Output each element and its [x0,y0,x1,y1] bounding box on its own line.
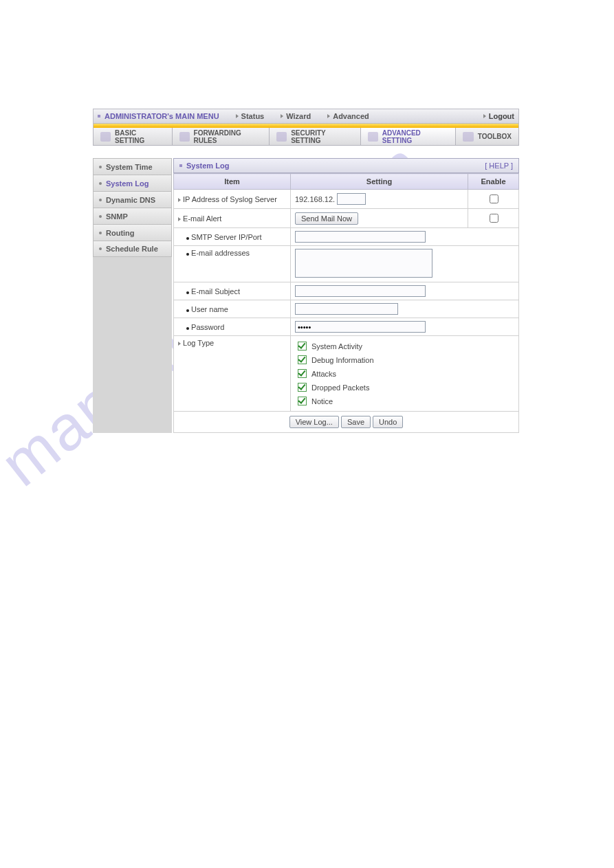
log-types-group: System Activity Debug Information Attack… [295,340,514,408]
topbar-wizard[interactable]: Wizard [281,112,311,120]
notice-checkbox[interactable] [298,397,307,405]
toolbox-icon [463,132,474,142]
main-menu-label: ADMINISTRATOR's MAIN MENU [105,112,219,120]
tab-bar: BASIC SETTING FORWARDING RULES SECURITY … [93,128,519,146]
bullet-icon [186,253,189,256]
arrow-icon [178,198,181,202]
sidebar-item-schedule-rule[interactable]: Schedule Rule [93,241,172,257]
log-type-option[interactable]: Attacks [295,367,514,380]
log-type-option[interactable]: System Activity [295,340,514,353]
bullet-icon [186,309,189,312]
top-menu-bar: ADMINISTRATOR's MAIN MENU Status Wizard … [93,109,519,124]
save-button[interactable]: Save [341,416,371,428]
tab-basic-setting[interactable]: BASIC SETTING [94,128,173,145]
view-log-button[interactable]: View Log... [289,416,339,428]
sidebar-item-label: SNMP [106,212,128,221]
sidebar-item-routing[interactable]: Routing [93,224,172,241]
topbar-advanced-label: Advanced [333,112,369,120]
square-icon [179,164,182,167]
row-password: Password [174,318,519,336]
sidebar-item-snmp[interactable]: SNMP [93,208,172,224]
email-addresses-textarea[interactable] [295,249,432,278]
row-label: E-mail Alert [183,214,221,223]
row-log-type: Log Type System Activity Debug Informati… [174,336,519,412]
bullet-icon [186,327,189,330]
sidebar-item-system-time[interactable]: System Time [93,158,172,175]
col-enable: Enable [468,174,519,190]
forwarding-rules-icon [179,132,190,142]
advanced-setting-icon [368,132,378,142]
log-type-option[interactable]: Notice [295,394,514,408]
tab-label: SECURITY SETTING [291,129,353,144]
row-username: User name [174,300,519,318]
sidebar-item-label: Routing [106,229,135,237]
row-label: User name [191,305,228,313]
username-input[interactable] [295,303,398,315]
smtp-server-input[interactable] [295,231,426,243]
main-panel: System Log [ HELP ] Item Setting Enable … [173,158,519,433]
syslog-ip-suffix-input[interactable] [337,193,366,205]
row-email-subject: E-mail Subject [174,282,519,300]
email-alert-enable-checkbox[interactable] [490,214,498,223]
help-link[interactable]: [ HELP ] [485,162,513,170]
attacks-checkbox[interactable] [298,369,307,378]
log-type-label: System Activity [311,342,362,350]
row-label: E-mail addresses [191,249,250,257]
sidebar-item-system-log[interactable]: System Log [93,175,172,191]
bullet-icon [186,237,189,240]
panel-title: System Log [186,162,229,170]
arrow-icon [178,217,181,221]
log-type-label: Notice [311,397,333,405]
settings-table: Item Setting Enable IP Address of Syslog… [173,173,519,433]
log-type-option[interactable]: Dropped Packets [295,381,514,394]
sidebar-item-label: Schedule Rule [106,245,158,253]
panel-header: System Log [ HELP ] [173,158,519,173]
email-subject-input[interactable] [295,285,426,297]
bullet-icon [186,291,189,294]
log-type-label: Attacks [311,370,336,378]
arrow-icon [281,114,283,118]
dot-icon [99,182,102,185]
undo-button[interactable]: Undo [373,416,403,428]
password-input[interactable] [295,321,426,333]
tab-security-setting[interactable]: SECURITY SETTING [270,128,361,145]
logout-link[interactable]: Logout [483,112,514,120]
logout-label: Logout [489,112,514,120]
app-frame: ADMINISTRATOR's MAIN MENU Status Wizard … [93,109,519,433]
syslog-enable-checkbox[interactable] [490,194,498,203]
dropped-packets-checkbox[interactable] [298,383,307,392]
row-email-addresses: E-mail addresses [174,246,519,282]
debug-information-checkbox[interactable] [298,355,307,364]
tab-toolbox[interactable]: TOOLBOX [456,128,518,145]
sidebar-item-label: System Log [106,179,149,188]
ip-prefix: 192.168.12. [295,195,335,203]
sidebar-item-label: System Time [106,163,153,171]
send-mail-now-button[interactable]: Send Mail Now [295,212,358,225]
dot-icon [99,166,102,168]
square-icon [98,115,100,118]
dot-icon [99,232,102,234]
sidebar-item-dynamic-dns[interactable]: Dynamic DNS [93,191,172,208]
dot-icon [99,215,102,218]
topbar-status[interactable]: Status [236,112,265,120]
row-label: Log Type [183,339,214,347]
row-label: Password [191,323,224,331]
sidebar-item-label: Dynamic DNS [106,196,155,204]
tab-forwarding-rules[interactable]: FORWARDING RULES [173,128,270,145]
topbar-advanced[interactable]: Advanced [327,112,369,120]
row-label: SMTP Server IP/Port [191,233,262,241]
tab-advanced-setting[interactable]: ADVANCED SETTING [361,128,456,145]
dot-icon [99,247,102,250]
basic-setting-icon [100,132,111,142]
log-type-label: Debug Information [311,356,374,364]
arrow-icon [483,114,486,118]
arrow-icon [236,114,239,118]
main-menu-title: ADMINISTRATOR's MAIN MENU [98,112,219,120]
row-syslog-server: IP Address of Syslog Server 192.168.12. [174,190,519,209]
row-label: E-mail Subject [191,287,240,296]
dot-icon [99,199,102,201]
log-type-option[interactable]: Debug Information [295,353,514,366]
tab-label: FORWARDING RULES [194,129,263,144]
system-activity-checkbox[interactable] [298,342,307,350]
tab-label: BASIC SETTING [115,129,165,144]
